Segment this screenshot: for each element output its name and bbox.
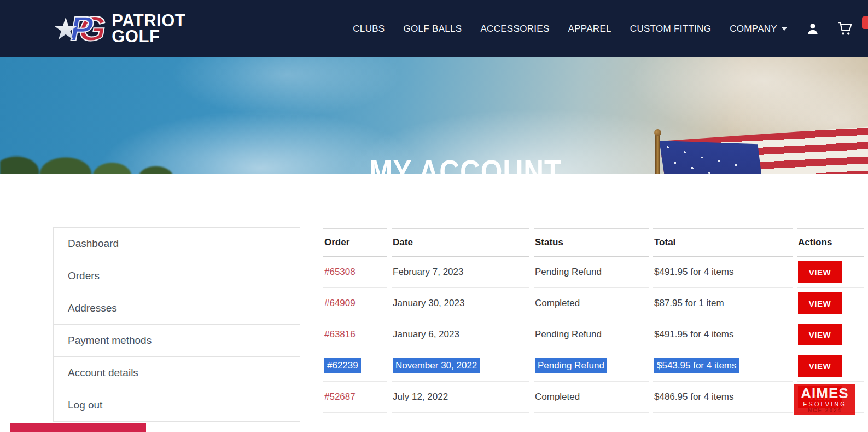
order-number-link[interactable]: #52687 <box>324 391 356 402</box>
nav-item-label: CUSTOM FITTING <box>630 24 711 34</box>
order-status: Pending Refund <box>535 329 602 339</box>
column-header-status: Status <box>534 228 649 257</box>
nav-item-label: GOLF BALLS <box>403 24 462 34</box>
order-number-link[interactable]: #62239 <box>324 358 361 373</box>
column-header-actions: Actions <box>797 228 864 257</box>
order-date: January 30, 2023 <box>393 298 464 308</box>
nav-item-company[interactable]: COMPANY <box>730 24 787 34</box>
order-number-link[interactable]: #63816 <box>324 329 356 339</box>
nav-item-label: APPAREL <box>568 24 611 34</box>
order-row: #52687July 12, 2022Completed$486.95 for … <box>323 382 864 413</box>
view-button[interactable]: VIEW <box>798 324 842 345</box>
column-header-date: Date <box>392 228 529 257</box>
cart-icon[interactable] <box>837 21 854 36</box>
trees-image <box>0 138 197 174</box>
order-total: $87.95 for 1 item <box>654 298 724 308</box>
order-row: #64909January 30, 2023Completed$87.95 fo… <box>323 288 864 319</box>
orders-table-header: OrderDateStatusTotalActions <box>323 228 864 257</box>
order-number-link[interactable]: #65308 <box>324 267 356 277</box>
hero-banner: MY ACCOUNT <box>0 57 868 174</box>
sidebar-item-addresses[interactable]: Addresses <box>53 292 300 325</box>
nav-item-clubs[interactable]: CLUBS <box>353 24 385 34</box>
nav-item-accessories[interactable]: ACCESSORIES <box>480 24 549 34</box>
sidebar-item-orders[interactable]: Orders <box>53 260 300 292</box>
order-row: #62239November 30, 2022Pending Refund$54… <box>323 350 864 382</box>
cart-count-badge <box>862 16 868 29</box>
column-header-order: Order <box>323 228 387 257</box>
order-date: July 12, 2022 <box>393 391 448 402</box>
order-date: February 7, 2023 <box>393 267 463 277</box>
order-total: $491.95 for 4 items <box>654 267 734 277</box>
page-title: MY ACCOUNT <box>369 153 562 174</box>
order-status: Pending Refund <box>535 267 602 277</box>
american-flag-image <box>659 113 868 174</box>
view-button[interactable]: VIEW <box>798 292 842 314</box>
nav-item-apparel[interactable]: APPAREL <box>568 24 611 34</box>
order-row: #65308February 7, 2023Pending Refund$491… <box>323 257 864 288</box>
order-number-link[interactable]: #64909 <box>324 298 356 308</box>
order-date: November 30, 2022 <box>393 358 480 373</box>
logo-wordmark: PATRIOT GOLF <box>112 13 185 45</box>
order-status: Completed <box>535 391 580 402</box>
flag-canton <box>659 141 764 174</box>
flag-pole-finial <box>654 129 661 136</box>
nav-item-label: ACCESSORIES <box>480 24 549 34</box>
order-total: $543.95 for 4 items <box>654 358 739 373</box>
account-sidebar: DashboardOrdersAddressesPayment methodsA… <box>53 227 300 422</box>
order-status: Pending Refund <box>535 358 607 373</box>
nav-item-golf-balls[interactable]: GOLF BALLS <box>403 24 462 34</box>
page: ★ P G PATRIOT GOLF CLUBSGOLF BALLSACCESS… <box>0 0 868 432</box>
main-nav-menu: CLUBSGOLF BALLSACCESSORIESAPPARELCUSTOM … <box>353 24 787 34</box>
nav-item-label: CLUBS <box>353 24 385 34</box>
order-date: January 6, 2023 <box>393 329 459 339</box>
chevron-down-icon <box>782 27 787 31</box>
account-content: DashboardOrdersAddressesPayment methodsA… <box>0 174 868 422</box>
order-status: Completed <box>535 298 580 308</box>
column-header-total: Total <box>653 228 793 257</box>
logo-word-line2: GOLF <box>112 29 185 45</box>
view-button[interactable]: VIEW <box>798 355 842 377</box>
sidebar-item-log-out[interactable]: Log out <box>53 389 300 422</box>
order-total: $486.95 for 4 items <box>654 391 734 402</box>
orders-table: OrderDateStatusTotalActions #65308Februa… <box>319 228 868 413</box>
sidebar-item-payment-methods[interactable]: Payment methods <box>53 324 300 357</box>
view-button[interactable]: VIEW <box>798 261 842 283</box>
sidebar-item-dashboard[interactable]: Dashboard <box>53 227 300 260</box>
account-icon[interactable] <box>806 22 820 36</box>
nav-item-custom-fitting[interactable]: CUSTOM FITTING <box>630 24 711 34</box>
view-button[interactable]: VIEW <box>798 386 842 408</box>
top-navbar: ★ P G PATRIOT GOLF CLUBSGOLF BALLSACCESS… <box>0 0 868 57</box>
nav-item-label: COMPANY <box>730 24 777 34</box>
partial-bottom-button[interactable] <box>10 423 146 432</box>
star-icon: ★ <box>52 14 79 44</box>
flag-pole <box>655 135 660 174</box>
brand-logo[interactable]: ★ P G PATRIOT GOLF <box>52 11 185 46</box>
orders-section: OrderDateStatusTotalActions #65308Februa… <box>319 228 868 413</box>
sidebar-item-account-details[interactable]: Account details <box>53 356 300 389</box>
order-total: $491.95 for 4 items <box>654 329 734 339</box>
order-row: #63816January 6, 2023Pending Refund$491.… <box>323 319 864 350</box>
